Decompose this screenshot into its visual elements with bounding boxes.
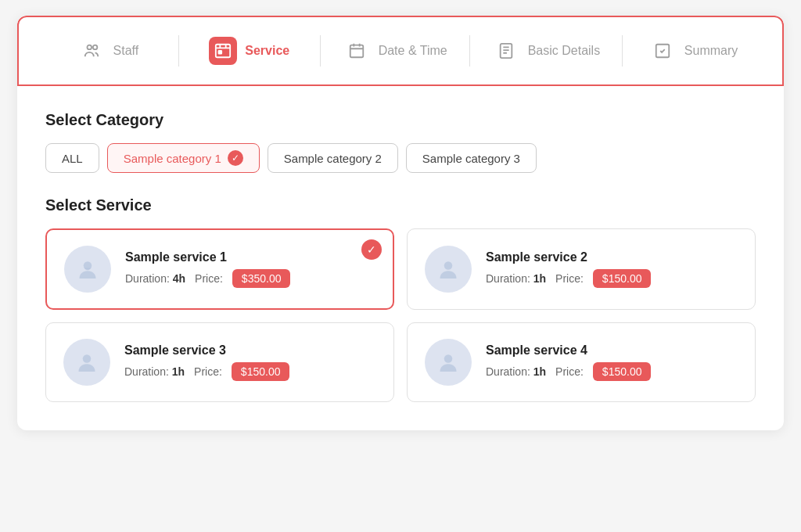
duration-label-1: Duration: 4h <box>125 272 185 285</box>
price-label-4: Price: <box>555 365 584 378</box>
service-info-1: Sample service 1 Duration: 4h Price: $35… <box>125 250 375 288</box>
svg-point-1 <box>92 45 97 50</box>
category-filters: ALL Sample category 1 ✓ Sample category … <box>45 143 756 173</box>
service-info-4: Sample service 4 Duration: 1h Price: $15… <box>486 343 738 381</box>
price-badge-3: $150.00 <box>232 362 290 381</box>
services-grid: Sample service 1 Duration: 4h Price: $35… <box>45 228 756 402</box>
step-service-label: Service <box>245 44 289 58</box>
service-name-4: Sample service 4 <box>486 343 738 358</box>
category-3[interactable]: Sample category 3 <box>406 143 537 173</box>
step-staff[interactable]: Staff <box>38 17 178 84</box>
service-avatar-2 <box>425 246 472 293</box>
select-service-title: Select Service <box>45 196 756 214</box>
price-label-3: Price: <box>194 365 222 378</box>
step-summary[interactable]: Summary <box>623 17 763 84</box>
price-label-1: Price: <box>195 272 223 285</box>
step-datetime[interactable]: Date & Time <box>321 17 469 84</box>
svg-rect-3 <box>219 51 222 54</box>
duration-label-3: Duration: 1h <box>124 365 185 378</box>
category-all[interactable]: ALL <box>45 143 99 173</box>
service-info-3: Sample service 3 Duration: 1h Price: $15… <box>124 343 376 381</box>
service-meta-1: Duration: 4h Price: $350.00 <box>125 269 375 288</box>
service-card-2[interactable]: Sample service 2 Duration: 1h Price: $15… <box>407 228 756 310</box>
service-meta-2: Duration: 1h Price: $150.00 <box>486 269 738 288</box>
stepper: Staff Service Date & Time <box>17 16 784 86</box>
svg-rect-2 <box>216 45 230 58</box>
service-card-4[interactable]: Sample service 4 Duration: 1h Price: $15… <box>407 322 756 402</box>
service-name-3: Sample service 3 <box>124 343 376 358</box>
step-basic-details-label: Basic Details <box>528 44 600 58</box>
step-service[interactable]: Service <box>179 17 320 84</box>
service-avatar-3 <box>63 339 110 386</box>
step-basic-details[interactable]: Basic Details <box>470 17 622 84</box>
price-badge-2: $150.00 <box>593 269 652 288</box>
staff-icon <box>77 37 106 65</box>
price-label-2: Price: <box>555 272 584 285</box>
select-category-title: Select Category <box>45 111 756 129</box>
duration-label-4: Duration: 1h <box>486 365 546 378</box>
service-name-2: Sample service 2 <box>486 250 738 264</box>
svg-point-10 <box>444 354 453 363</box>
svg-point-8 <box>444 261 453 270</box>
svg-rect-4 <box>350 45 363 58</box>
basic-details-icon <box>492 37 520 65</box>
summary-icon <box>648 37 677 65</box>
service-avatar-4 <box>425 339 472 386</box>
select-category-section: Select Category ALL Sample category 1 ✓ … <box>45 111 756 173</box>
service-meta-4: Duration: 1h Price: $150.00 <box>486 362 738 381</box>
svg-point-9 <box>83 354 92 363</box>
duration-label-2: Duration: 1h <box>486 272 546 285</box>
content-area: Select Category ALL Sample category 1 ✓ … <box>17 86 784 430</box>
service-card-3[interactable]: Sample service 3 Duration: 1h Price: $15… <box>45 322 394 402</box>
price-badge-4: $150.00 <box>593 362 652 381</box>
datetime-icon <box>343 37 371 65</box>
category-1-check: ✓ <box>228 150 243 166</box>
svg-point-0 <box>87 45 92 50</box>
select-service-section: Select Service Sample service 1 <box>45 196 756 402</box>
service-card-1[interactable]: Sample service 1 Duration: 4h Price: $35… <box>45 228 394 310</box>
step-datetime-label: Date & Time <box>379 44 447 58</box>
category-1[interactable]: Sample category 1 ✓ <box>107 143 260 173</box>
selected-badge-1: ✓ <box>361 239 382 260</box>
main-card: Staff Service Date & Time <box>17 16 784 430</box>
price-badge-1: $350.00 <box>232 269 291 288</box>
step-staff-label: Staff <box>113 44 139 58</box>
service-info-2: Sample service 2 Duration: 1h Price: $15… <box>486 250 738 288</box>
step-summary-label: Summary <box>684 44 738 58</box>
category-2[interactable]: Sample category 2 <box>268 143 398 173</box>
service-icon <box>209 37 237 65</box>
service-avatar-1 <box>64 246 111 293</box>
service-meta-3: Duration: 1h Price: $150.00 <box>124 362 376 381</box>
service-name-1: Sample service 1 <box>125 250 375 264</box>
